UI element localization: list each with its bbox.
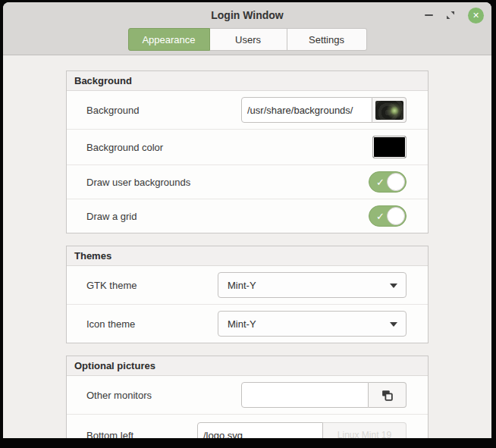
window-title: Login Window	[3, 9, 491, 21]
bottom-left-label: Bottom left	[86, 430, 133, 439]
bottom-left-input[interactable]	[197, 422, 323, 438]
tab-appearance[interactable]: Appearance	[128, 28, 210, 51]
window-controls: ✕	[425, 2, 484, 28]
toggle-knob	[387, 173, 405, 191]
minimize-icon[interactable]	[425, 14, 433, 16]
row-draw-a-grid: Draw a grid ✓	[67, 199, 428, 233]
tab-label: Settings	[309, 34, 344, 45]
title-bar[interactable]: Login Window ✕	[3, 2, 491, 28]
row-draw-user-backgrounds: Draw user backgrounds ✓	[67, 164, 428, 199]
gtk-theme-dropdown[interactable]: Mint-Y	[218, 272, 407, 298]
linux-mint-19-button: Linux Mint 19	[323, 422, 407, 438]
restore-icon[interactable]	[446, 11, 455, 20]
background-color-swatch[interactable]	[372, 136, 407, 158]
tab-settings[interactable]: Settings	[287, 28, 367, 51]
background-path-input[interactable]	[241, 97, 372, 123]
section-optional-pictures-title: Optional pictures	[67, 356, 428, 376]
close-button[interactable]: ✕	[468, 8, 484, 23]
row-icon-theme: Icon theme Mint-Y	[67, 304, 428, 343]
section-background-title: Background	[67, 71, 428, 91]
gtk-theme-selected-value: Mint-Y	[228, 280, 256, 291]
draw-user-backgrounds-label: Draw user backgrounds	[86, 177, 190, 188]
icon-theme-label: Icon theme	[86, 318, 135, 330]
icon-theme-dropdown[interactable]: Mint-Y	[218, 311, 407, 337]
copy-icon	[381, 389, 394, 402]
tab-label: Appearance	[142, 34, 195, 45]
background-thumbnail-image	[375, 101, 403, 120]
toggle-knob	[387, 207, 405, 225]
section-themes-title: Themes	[67, 246, 428, 266]
close-icon: ✕	[472, 11, 479, 20]
row-bottom-left: Bottom left Linux Mint 19	[67, 414, 428, 438]
other-monitors-input[interactable]	[241, 382, 369, 408]
row-gtk-theme: GTK theme Mint-Y	[67, 266, 428, 304]
row-other-monitors: Other monitors	[67, 376, 428, 414]
draw-a-grid-toggle[interactable]: ✓	[369, 205, 407, 227]
icon-theme-selected-value: Mint-Y	[228, 318, 256, 330]
chevron-down-icon	[390, 322, 397, 327]
background-label: Background	[86, 105, 139, 116]
tab-label: Users	[235, 34, 261, 45]
check-icon: ✓	[376, 211, 385, 222]
other-monitors-label: Other monitors	[86, 390, 152, 401]
login-window: Login Window ✕ Appearance Users Settings	[3, 2, 491, 438]
row-background: Background	[67, 91, 428, 129]
row-background-color: Background color	[67, 129, 428, 164]
gtk-theme-label: GTK theme	[86, 280, 137, 291]
tab-users[interactable]: Users	[210, 28, 287, 51]
header-bar: Login Window ✕ Appearance Users Settings	[3, 2, 491, 55]
section-optional-pictures: Optional pictures Other monitors Bottom …	[66, 356, 429, 438]
background-color-label: Background color	[86, 142, 163, 153]
draw-a-grid-label: Draw a grid	[86, 211, 137, 222]
section-themes: Themes GTK theme Mint-Y Icon theme Mint-…	[66, 246, 429, 343]
check-icon: ✓	[376, 177, 385, 188]
section-background: Background Background Background color D…	[66, 70, 429, 233]
tab-switcher: Appearance Users Settings	[3, 28, 491, 51]
copy-to-monitors-button[interactable]	[369, 382, 407, 408]
chevron-down-icon	[390, 284, 397, 288]
draw-user-backgrounds-toggle[interactable]: ✓	[369, 171, 407, 193]
appearance-page: Background Background Background color D…	[3, 55, 491, 438]
background-preview-button[interactable]	[372, 97, 407, 123]
